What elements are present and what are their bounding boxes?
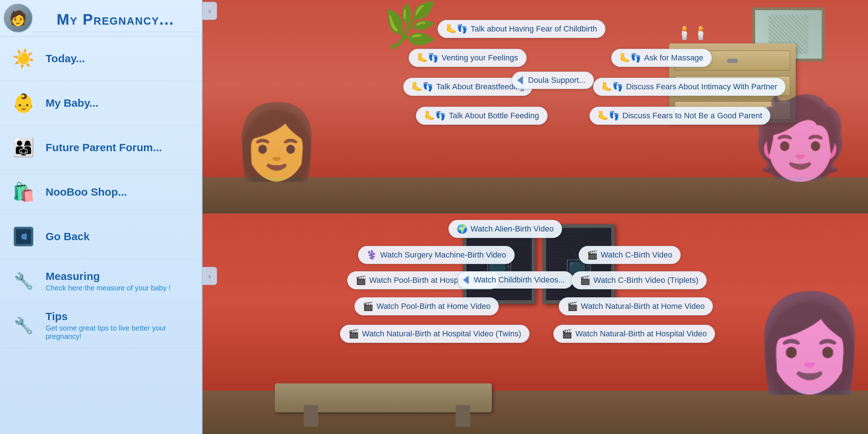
surgery-birth-text: Watch Surgery Machine-Birth Video: [380, 250, 506, 260]
bubble-natural-home[interactable]: 🎬 Watch Natural-Birth at Home Video: [559, 297, 713, 315]
bubble-pool-home[interactable]: 🎬 Watch Pool-Birth at Home Video: [354, 297, 499, 315]
doula-text: Doula Support...: [528, 76, 586, 85]
natural-hospital-text: Watch Natural-Birth at Hospital Video: [575, 329, 707, 339]
today-icon: ☀️: [7, 42, 40, 75]
fears-intimacy-text: Discuss Fears About Intimacy With Partne…: [626, 82, 777, 92]
natural-hospital-icon: 🎬: [562, 329, 573, 339]
bubble-massage[interactable]: 🦶👣 Ask for Massage: [611, 49, 712, 67]
svg-rect-2: [22, 234, 27, 239]
scene-bottom: 📺 📺 👩 › 🌍 Watch Alien-Birth Video ⚕️ Wat…: [203, 213, 868, 434]
nooboo-shop-label: NooBoo Shop...: [46, 186, 127, 198]
pool-hospital-icon: 🎬: [356, 275, 366, 285]
shop-icon: 🛍️: [7, 176, 40, 208]
bubble-doula-support[interactable]: Doula Support...: [512, 72, 594, 89]
family-icon: 👨‍👩‍👧: [7, 131, 40, 164]
alien-birth-text: Watch Alien-Birth Video: [471, 224, 554, 234]
tips-label: Tips: [46, 310, 195, 323]
breastfeeding-text: Talk About Breastfeeding: [436, 82, 524, 92]
doula-arrow-icon: [517, 76, 523, 85]
today-label: Today...: [46, 52, 85, 65]
venting-text: Venting your Feelings: [442, 53, 518, 63]
cbirth-icon: 🎬: [587, 250, 598, 260]
bubble-natural-hospital[interactable]: 🎬 Watch Natural-Birth at Hospital Video: [553, 325, 715, 343]
bubble-venting[interactable]: 🦶👣 Venting your Feelings: [409, 49, 527, 67]
alien-birth-icon: 🌍: [457, 224, 468, 234]
massage-icon: 🦶👣: [620, 53, 641, 63]
fear-childbirth-text: Talk about Having Fear of Childbirth: [471, 24, 597, 34]
measuring-icon: 🔧: [7, 265, 40, 297]
natural-twins-text: Watch Natural-Birth at Hospital Video (T…: [362, 329, 521, 339]
natural-home-text: Watch Natural-Birth at Home Video: [581, 302, 705, 311]
fears-parent-text: Discuss Fears to Not Be a Good Parent: [622, 111, 762, 120]
future-parent-label: Future Parent Forum...: [46, 141, 162, 154]
sidebar-item-nooboo-shop[interactable]: 🛍️ NooBoo Shop...: [0, 170, 202, 214]
go-back-label: Go Back: [46, 230, 90, 243]
cbirth-triplets-text: Watch C-Birth Video (Triplets): [593, 276, 698, 285]
sidebar-item-tips[interactable]: 🔧 Tips Get some great tips to live bette…: [0, 303, 202, 348]
pool-home-text: Watch Pool-Birth at Home Video: [376, 302, 490, 311]
sidebar-item-future-parent[interactable]: 👨‍👩‍👧 Future Parent Forum...: [0, 125, 202, 170]
sidebar-nav: ☀️ Today... 👶 My Baby... 👨‍👩‍👧 Future Pa…: [0, 37, 202, 434]
bottle-feeding-text: Talk About Bottle Feeding: [449, 111, 539, 120]
measuring-sublabel: Check here the measure of your baby !: [46, 284, 171, 292]
main-content: 🌿 🕯️ 🕯️ 👩 🧑 › 🦶👣 Ta: [203, 0, 868, 434]
tips-sublabel: Get some great tips to live better your …: [46, 324, 195, 341]
baby-icon: 👶: [7, 87, 40, 119]
pool-home-icon: 🎬: [363, 301, 374, 311]
cbirth-triplets-icon: 🎬: [580, 275, 591, 285]
massage-text: Ask for Massage: [644, 53, 703, 63]
natural-home-icon: 🎬: [567, 301, 578, 311]
childbirth-videos-text: Watch Childbirth Videos...: [474, 275, 565, 285]
breastfeeding-icon: 🦶👣: [412, 82, 433, 92]
sidebar-item-my-baby[interactable]: 👶 My Baby...: [0, 81, 202, 125]
fears-parent-icon: 🦶👣: [598, 111, 620, 121]
bottle-feeding-icon: 🦶👣: [424, 111, 446, 121]
fear-childbirth-icon: 🦶👣: [446, 24, 468, 34]
natural-twins-icon: 🎬: [348, 329, 359, 339]
childbirth-videos-arrow-icon: [463, 276, 469, 284]
sidebar-item-today[interactable]: ☀️ Today...: [0, 37, 202, 81]
sidebar-item-measuring[interactable]: 🔧 Measuring Check here the measure of yo…: [0, 259, 202, 303]
bubble-alien-birth[interactable]: 🌍 Watch Alien-Birth Video: [448, 220, 562, 238]
bubble-bottle-feeding[interactable]: 🦶👣 Talk About Bottle Feeding: [416, 107, 548, 125]
sidebar-header: 🧑 My Pregnancy...: [0, 0, 202, 37]
bubble-cbirth[interactable]: 🎬 Watch C-Birth Video: [579, 246, 681, 264]
measuring-label: Measuring: [46, 270, 171, 282]
bubble-surgery-birth[interactable]: ⚕️ Watch Surgery Machine-Birth Video: [358, 246, 515, 264]
avatar: 🧑: [4, 4, 33, 33]
go-back-icon: [7, 220, 40, 253]
collapse-arrow-bottom[interactable]: ›: [203, 267, 217, 285]
venting-icon: 🦶👣: [417, 53, 439, 63]
sidebar-item-go-back[interactable]: Go Back: [0, 214, 202, 259]
my-baby-label: My Baby...: [46, 97, 98, 109]
bubble-cbirth-triplets[interactable]: 🎬 Watch C-Birth Video (Triplets): [571, 271, 707, 289]
collapse-arrow-top[interactable]: ›: [203, 2, 217, 20]
sidebar: 🧑 My Pregnancy... ☀️ Today... 👶 My Baby.…: [0, 0, 203, 434]
bubble-fear-childbirth[interactable]: 🦶👣 Talk about Having Fear of Childbirth: [438, 20, 605, 38]
fears-intimacy-icon: 🦶👣: [601, 82, 623, 92]
bubble-fears-parent[interactable]: 🦶👣 Discuss Fears to Not Be a Good Parent: [590, 107, 770, 125]
tips-icon: 🔧: [7, 309, 40, 342]
bubble-childbirth-videos[interactable]: Watch Childbirth Videos...: [458, 271, 573, 289]
bubble-natural-twins[interactable]: 🎬 Watch Natural-Birth at Hospital Video …: [340, 325, 529, 343]
bubble-fears-intimacy[interactable]: 🦶👣 Discuss Fears About Intimacy With Par…: [593, 78, 786, 96]
cbirth-text: Watch C-Birth Video: [601, 250, 672, 260]
scene-top: 🌿 🕯️ 🕯️ 👩 🧑 › 🦶👣 Ta: [203, 0, 868, 213]
surgery-birth-icon: ⚕️: [366, 250, 377, 260]
sidebar-title: My Pregnancy...: [33, 4, 198, 32]
